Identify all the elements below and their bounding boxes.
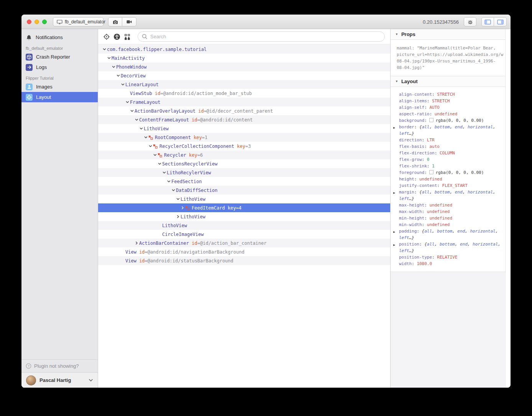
chevron-down-icon[interactable]	[134, 118, 139, 121]
tree-node-MainActivity[interactable]: MainActivity	[98, 54, 390, 62]
tree-node-com.facebook.flipper.sample.tutorial[interactable]: com.facebook.flipper.sample.tutorial	[98, 45, 390, 54]
chevron-down-icon[interactable]	[130, 109, 135, 113]
props-section-header[interactable]: ▼ Props	[391, 29, 505, 40]
layout-prop-position[interactable]: ▶position: {all, bottom, end, horizontal…	[391, 241, 504, 254]
color-swatch[interactable]	[429, 170, 433, 174]
chevron-down-icon[interactable]	[171, 188, 176, 192]
tree-node-FeedItemCard[interactable]: FeedItemCard key=4	[98, 203, 390, 212]
sidebar-item-notifications[interactable]: Notifications	[21, 32, 98, 43]
accessibility-mode-button[interactable]	[112, 31, 122, 42]
tree-node-RootComponent[interactable]: RootComponent key=1	[98, 133, 390, 142]
tree-node-LithoView[interactable]: LithoView	[98, 124, 390, 133]
tree-node-ContentFrameLayout[interactable]: ContentFrameLayout id=@android:id/conten…	[98, 115, 390, 124]
layout-prop-min-height[interactable]: min-height: undefined	[391, 215, 504, 221]
layout-prop-background[interactable]: background: rgba(0, 0, 0, 0.00)	[391, 117, 504, 124]
chevron-right-icon[interactable]	[180, 206, 185, 210]
layout-prop-direction[interactable]: direction: LTR	[391, 137, 504, 143]
layout-prop-aspect-ratio[interactable]: aspect-ratio: undefined	[391, 111, 504, 117]
layout-prop-flex-basis[interactable]: flex-basis: auto	[391, 143, 504, 150]
layout-section-header[interactable]: ▼ Layout	[391, 76, 505, 87]
layout-prop-foreground[interactable]: foreground: rgba(0, 0, 0, 0.00)	[391, 169, 504, 176]
chevron-down-icon[interactable]	[116, 74, 121, 77]
chevron-down-icon[interactable]	[102, 47, 107, 51]
layout-prop-flex-shrink[interactable]: flex-shrink: 1	[391, 163, 504, 169]
layout-prop-justify-content[interactable]: justify-content: FLEX_START	[391, 182, 504, 189]
tree-node-DecorView[interactable]: DecorView	[98, 71, 390, 80]
chevron-down-icon[interactable]	[166, 180, 171, 183]
expand-tree-button[interactable]	[122, 31, 132, 42]
sidebar-item-label: Images	[36, 84, 53, 90]
color-swatch[interactable]	[429, 118, 433, 122]
tree-node-LithoRecylerView[interactable]: LithoRecylerView	[98, 168, 390, 177]
layout-prop-border[interactable]: ▶border: {all, bottom, end, horizontal, …	[391, 124, 504, 137]
tree-node-FrameLayout[interactable]: FrameLayout	[98, 98, 390, 106]
tree-node-View[interactable]: View id=@android:id/navigationBarBackgro…	[98, 247, 390, 256]
layout-prop-min-width[interactable]: min-width: undefined	[391, 221, 504, 228]
chevron-right-icon[interactable]	[134, 241, 139, 245]
chevron-down-icon[interactable]	[157, 162, 162, 165]
sidebar-item-images[interactable]: Images	[21, 82, 98, 92]
expand-triangle-icon[interactable]: ▶	[393, 242, 395, 248]
tree-node-CircleImageView[interactable]: CircleImageView	[98, 230, 390, 239]
search-box[interactable]	[138, 31, 385, 42]
layout-prop-align-content[interactable]: align-content: STRETCH	[391, 91, 504, 98]
layout-prop-position-type[interactable]: position-type: RELATIVE	[391, 254, 504, 260]
tree-node-View[interactable]: View id=@android:id/statusBarBackground	[98, 256, 390, 265]
screenshot-button[interactable]	[108, 17, 122, 26]
layout-prop-max-width[interactable]: max-width: undefined	[391, 208, 504, 215]
chevron-down-icon[interactable]	[125, 100, 130, 104]
chevron-down-icon[interactable]	[107, 56, 112, 60]
sidebar-item-logs[interactable]: Logs	[21, 62, 98, 72]
expand-triangle-icon[interactable]: ▶	[393, 190, 395, 196]
chevron-down-icon[interactable]	[143, 136, 148, 139]
sidebar-footer: ? Plugin not showing? Pascal Hartig	[21, 359, 98, 388]
chevron-down-icon[interactable]	[139, 127, 144, 130]
tree-node-LithoView[interactable]: LithoView	[98, 195, 390, 203]
expand-triangle-icon[interactable]: ▶	[393, 124, 395, 131]
layout-prop-height[interactable]: height: undefined	[391, 176, 504, 182]
tree-node-ViewStub[interactable]: ViewStub id=@android:id/action_mode_bar_…	[98, 89, 390, 98]
tree-node-ActionBarOverlayLayout[interactable]: ActionBarOverlayLayout id=@id/decor_cont…	[98, 106, 390, 115]
tree-node-LinearLayout[interactable]: LinearLayout	[98, 80, 390, 89]
expand-triangle-icon[interactable]: ▶	[393, 229, 395, 235]
chevron-down-icon[interactable]	[176, 197, 181, 201]
tree-node-RecyclerCollectionComponent[interactable]: RecyclerCollectionComponent key=3	[98, 142, 390, 151]
target-mode-button[interactable]	[101, 31, 112, 42]
sidebar-item-label: Layout	[36, 94, 51, 100]
tree-node-DataDiffSection[interactable]: DataDiffSection	[98, 186, 390, 195]
layout-prop-max-height[interactable]: max-height: undefined	[391, 202, 504, 208]
tree-node-Recycler[interactable]: Recycler key=6	[98, 151, 390, 159]
chevron-right-icon[interactable]	[176, 215, 181, 218]
chevron-down-icon[interactable]	[120, 83, 125, 86]
sidebar-item-crash-reporter[interactable]: Crash Reporter	[21, 52, 98, 62]
tree-node-LithoView[interactable]: LithoView	[98, 212, 390, 221]
screen-record-button[interactable]	[122, 17, 136, 26]
chevron-down-icon[interactable]	[111, 65, 116, 69]
user-menu[interactable]: Pascal Hartig	[21, 372, 98, 388]
device-selector-button[interactable]: fb_default_emulator	[53, 17, 103, 26]
tree-node-PhoneWindow[interactable]: PhoneWindow	[98, 62, 390, 71]
tree-node-LithoView[interactable]: LithoView	[98, 221, 390, 230]
chevron-down-icon[interactable]	[153, 153, 158, 157]
layout-prop-align-self[interactable]: align-self: AUTO	[391, 104, 504, 111]
tree-node-SectionsRecyclerView[interactable]: SectionsRecyclerView	[98, 159, 390, 168]
layout-prop-margin[interactable]: ▶margin: {all, bottom, end, horizontal, …	[391, 189, 504, 202]
close-window-button[interactable]	[27, 20, 31, 24]
sidebar-item-layout[interactable]: Layout	[21, 92, 98, 102]
tree-node-FeedSection[interactable]: FeedSection	[98, 177, 390, 186]
layout-prop-flex-grow[interactable]: flex-grow: 0	[391, 156, 504, 163]
chevron-down-icon[interactable]	[148, 144, 153, 148]
tree-node-ActionBarContainer[interactable]: ActionBarContainer id=@id/action_bar_con…	[98, 239, 390, 247]
plugin-help-link[interactable]: ? Plugin not showing?	[21, 359, 98, 372]
layout-prop-padding[interactable]: ▶padding: {all, bottom, end, horizontal,…	[391, 228, 504, 241]
chevron-down-icon[interactable]	[162, 171, 167, 174]
minimize-window-button[interactable]	[34, 20, 39, 24]
layout-prop-width[interactable]: width: 1080.0	[391, 260, 504, 267]
toggle-right-sidebar-button[interactable]	[494, 17, 507, 26]
toggle-left-sidebar-button[interactable]	[481, 17, 494, 26]
bug-report-button[interactable]	[464, 17, 476, 26]
layout-prop-align-items[interactable]: align-items: STRETCH	[391, 98, 504, 104]
zoom-window-button[interactable]	[42, 20, 47, 24]
layout-prop-flex-direction[interactable]: flex-direction: COLUMN	[391, 150, 504, 156]
search-input[interactable]	[150, 34, 381, 39]
